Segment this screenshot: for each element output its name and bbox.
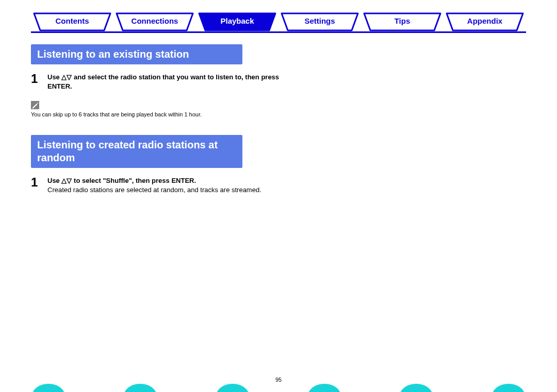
section-random: Listening to created radio stations at r… (31, 135, 284, 194)
tab-label: Appendix (467, 16, 502, 25)
step-body: Use △▽ to select "Shuffle", then press E… (47, 176, 261, 194)
step-number: 1 (31, 176, 40, 194)
pencil-icon (31, 101, 39, 109)
step-1-existing: 1 Use △▽ and select the radio station th… (31, 73, 284, 91)
tab-label: Contents (56, 16, 89, 25)
step-detail: Created radio stations are selected at r… (47, 186, 261, 194)
updown-arrows-icon: △▽ (61, 73, 72, 81)
step-body: Use △▽ and select the radio station that… (47, 73, 284, 91)
footer-button-6[interactable] (493, 381, 524, 392)
footer: 95 (0, 377, 557, 392)
tab-underline (31, 31, 526, 33)
step-1-random: 1 Use △▽ to select "Shuffle", then press… (31, 176, 284, 194)
tab-label: Tips (395, 16, 411, 25)
tab-tips[interactable]: Tips (361, 12, 444, 31)
tab-label: Settings (304, 16, 335, 25)
svg-point-2 (217, 384, 248, 392)
tab-connections[interactable]: Connections (113, 12, 196, 31)
updown-arrows-icon: △▽ (61, 177, 72, 184)
footer-button-3[interactable] (217, 381, 248, 392)
tab-playback[interactable]: Playback (196, 12, 278, 31)
footer-button-4[interactable] (309, 381, 340, 392)
svg-point-0 (33, 384, 64, 392)
note-row (31, 101, 284, 109)
tab-appendix[interactable]: Appendix (444, 12, 526, 31)
page-number: 95 (275, 377, 282, 383)
footer-button-1[interactable] (33, 381, 64, 392)
tab-label: Playback (220, 16, 254, 25)
left-column: Listening to an existing station 1 Use △… (31, 44, 284, 194)
tab-contents[interactable]: Contents (31, 12, 113, 31)
note-text: You can skip up to 6 tracks that are bei… (31, 111, 284, 117)
svg-point-3 (309, 384, 340, 392)
page-content: ContentsConnectionsPlaybackSettingsTipsA… (0, 0, 557, 194)
footer-button-5[interactable] (401, 381, 432, 392)
step-number: 1 (31, 73, 40, 91)
section-title-random: Listening to created radio stations at r… (31, 135, 242, 168)
svg-point-5 (493, 384, 524, 392)
tab-bar: ContentsConnectionsPlaybackSettingsTipsA… (31, 12, 526, 33)
tab-settings[interactable]: Settings (278, 12, 361, 31)
footer-button-2[interactable] (125, 381, 156, 392)
section-title-existing-station: Listening to an existing station (31, 44, 242, 64)
tab-label: Connections (132, 16, 178, 25)
svg-point-1 (125, 384, 156, 392)
svg-point-4 (401, 384, 432, 392)
